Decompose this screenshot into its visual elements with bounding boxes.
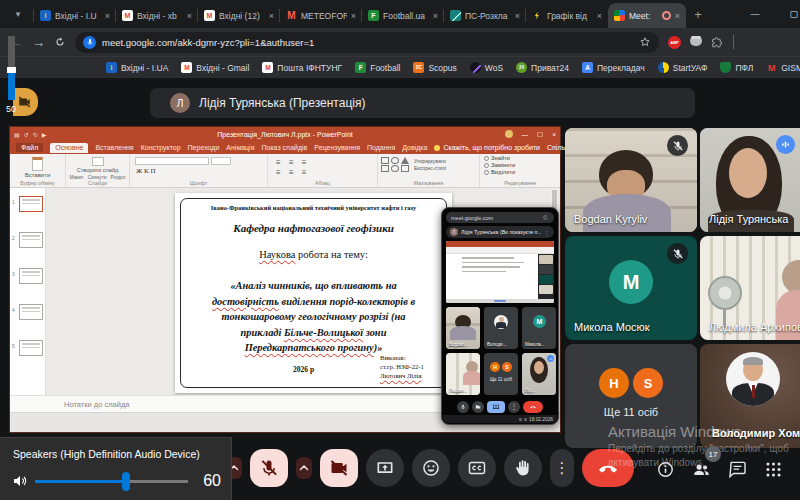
reactions-button[interactable] — [412, 449, 450, 487]
replace-label: Замінити — [491, 162, 515, 168]
participant-tile-lidiia[interactable]: Лідія Турянська — [700, 128, 800, 232]
volume-slider-thumb[interactable] — [122, 472, 130, 491]
meet-favicon — [614, 10, 625, 21]
participant-tile-overflow[interactable]: H S Ще 11 осіб — [565, 344, 697, 448]
participant-name: Людмила Архипова — [709, 321, 800, 333]
captions-button[interactable] — [458, 449, 496, 487]
overflow-avatar-s: S — [633, 368, 663, 398]
bookmark-wos[interactable]: WoS — [470, 62, 503, 73]
bookmark-scopus[interactable]: SCScopus — [413, 62, 456, 73]
gmail-icon: M — [262, 62, 273, 73]
participant-tile-volodymyr[interactable]: Володимир Хомин — [700, 344, 800, 448]
participant-tile-mykola[interactable]: M Микола Мосюк — [565, 236, 697, 340]
gmail-icon: M — [181, 62, 192, 73]
activities-button[interactable] — [764, 460, 783, 479]
new-tab-button[interactable]: + — [686, 3, 710, 25]
speaker-icon[interactable] — [12, 473, 28, 489]
close-tab-icon[interactable]: × — [105, 11, 110, 21]
volume-value: 60 — [195, 472, 221, 490]
tab-gmail-1[interactable]: M Вхідні - xb × — [116, 3, 198, 28]
select-label: Виділити — [491, 169, 515, 175]
participant-count-badge: 17 — [705, 446, 721, 462]
media-recording-indicator-icon — [662, 11, 671, 20]
bookmark-gmail[interactable]: MВхідні - Gmail — [181, 62, 249, 73]
forward-button[interactable]: → — [32, 36, 45, 49]
bookmark-iua[interactable]: iВхідні - I.UA — [106, 62, 168, 73]
osd-slider[interactable] — [8, 36, 15, 100]
window-minimize-button[interactable]: — — [750, 9, 759, 19]
uaf-icon — [658, 62, 669, 73]
mini-tile-lidiia: Лід... — [522, 353, 556, 395]
close-tab-icon[interactable]: × — [515, 11, 520, 21]
reload-button[interactable] — [54, 36, 66, 48]
mic-permission-icon[interactable] — [83, 36, 96, 49]
close-tab-icon[interactable]: × — [351, 11, 356, 21]
bookmark-football[interactable]: FFootball — [355, 62, 400, 73]
extensions-puzzle-icon[interactable] — [711, 36, 724, 49]
present-button[interactable] — [366, 449, 404, 487]
bookmark-ifntung-mail[interactable]: MПошта ІФНТУНГ — [262, 62, 342, 73]
bookmark-star-icon[interactable] — [639, 36, 651, 48]
bookmark-translate[interactable]: AПерекладач — [582, 62, 645, 73]
mini-end-call-button — [523, 401, 543, 413]
camera-off-overlay-button[interactable] — [13, 88, 38, 116]
overflow-avatar-h: H — [599, 368, 629, 398]
tab-meteofor[interactable]: М METEOFOR × — [280, 3, 362, 28]
ppt-close-icon: × — [552, 131, 556, 138]
bookmark-pfl[interactable]: ПФЛ — [720, 62, 753, 73]
tab-inbox-iua[interactable]: i Вхідні - I.U × — [34, 3, 116, 28]
people-button[interactable] — [692, 460, 711, 479]
ppt-slide-thumbnails: 1 2 3 4 5 — [10, 188, 46, 395]
bookmark-privat24[interactable]: 24Приват24 — [516, 62, 569, 73]
address-bar[interactable]: meet.google.com/akk-dgmr-yzc?pli=1&authu… — [75, 32, 659, 53]
close-tab-icon[interactable]: × — [675, 11, 680, 21]
adblock-extension-icon[interactable]: ABP — [668, 36, 681, 49]
close-tab-icon[interactable]: × — [597, 11, 602, 21]
extension-icon[interactable] — [690, 38, 702, 46]
url-text: meet.google.com/akk-dgmr-yzc?pli=1&authu… — [102, 37, 633, 48]
gmail-favicon: M — [122, 10, 133, 21]
ppt-tab-file: Файл — [16, 143, 43, 152]
font-name-box — [135, 157, 209, 165]
volume-slider[interactable] — [35, 480, 188, 483]
tab-football[interactable]: F Football.ua × — [362, 3, 444, 28]
close-tab-icon[interactable]: × — [269, 11, 274, 21]
new-slide-label: Створити слайд — [66, 167, 129, 173]
mic-off-badge — [667, 243, 688, 264]
iua-icon: i — [106, 62, 117, 73]
camera-options-chevron[interactable] — [296, 457, 312, 479]
slide-thumbnail-1 — [19, 196, 43, 212]
close-tab-icon[interactable]: × — [187, 11, 192, 21]
quick-styles-label: Експрес-стилі — [414, 165, 446, 172]
ppt-minimize-icon: — — [522, 131, 529, 138]
windows-volume-flyout: Speakers (High Definition Audio Device) … — [0, 437, 232, 500]
bookmark-gismeteo[interactable]: МGISMETEO — [766, 62, 800, 73]
meeting-details-button[interactable] — [656, 460, 675, 479]
portrait-avatar — [726, 352, 780, 406]
browser-tab-strip: ▾ i Вхідні - I.U × M Вхідні - xb × M Вхі… — [0, 0, 800, 28]
close-tab-icon[interactable]: × — [433, 11, 438, 21]
more-options-button[interactable]: ⋮ — [550, 449, 574, 487]
participant-tile-liudmyla[interactable]: Людмила Архипова — [700, 236, 800, 340]
participant-tile-bogdan[interactable]: Bogdan Kyryliv — [565, 128, 697, 232]
tab-search-button[interactable]: ▾ — [6, 3, 30, 25]
presenter-banner[interactable]: Л Лідія Турянська (Презентація) — [150, 88, 695, 118]
tab-power-schedule[interactable]: Графік від × — [526, 3, 608, 28]
tab-gmail-2[interactable]: M Вхідні (12) × — [198, 3, 280, 28]
tab-ps-schedule[interactable]: ПС-Розкла × — [444, 3, 526, 28]
bookmark-startuaf[interactable]: StartУАФ — [658, 62, 708, 73]
mini-control-bar: ⋮ — [442, 399, 558, 415]
end-call-button[interactable] — [582, 449, 634, 487]
mic-off-button[interactable] — [250, 449, 288, 487]
meet-control-bar: ⋮ — [226, 448, 634, 488]
window-maximize-button[interactable]: ▢ — [789, 9, 798, 19]
chat-button[interactable] — [728, 460, 747, 479]
slide-thumbnail-4 — [19, 304, 43, 320]
raise-hand-button[interactable] — [504, 449, 542, 487]
participant-name: Bogdan Kyryliv — [574, 213, 647, 225]
ppt-tab-view: Подання — [367, 144, 395, 151]
presenter-banner-title: Лідія Турянська (Презентація) — [199, 96, 365, 110]
tab-meet-active[interactable]: Meet: × — [608, 3, 686, 28]
camera-off-button[interactable] — [320, 449, 358, 487]
ppt-tab-slideshow: Показ слайдів — [261, 144, 307, 151]
